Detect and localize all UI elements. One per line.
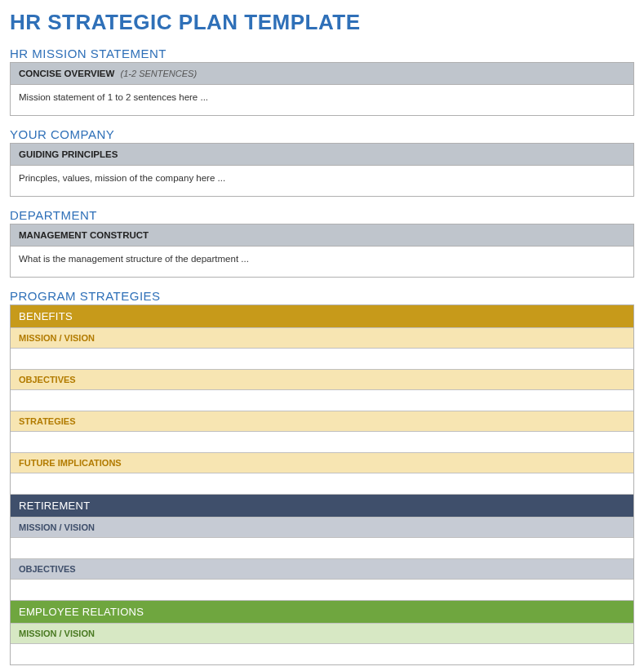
benefits-input-mission[interactable] — [11, 348, 633, 369]
section-title-program: PROGRAM STRATEGIES — [10, 289, 634, 303]
department-box: MANAGEMENT CONSTRUCT What is the managem… — [10, 224, 634, 278]
main-title: HR STRATEGIC PLAN TEMPLATE — [10, 10, 634, 35]
section-title-department: DEPARTMENT — [10, 208, 634, 222]
mission-box: CONCISE OVERVIEW (1-2 SENTENCES) Mission… — [10, 62, 634, 116]
company-box: GUIDING PRINCIPLES Princples, values, mi… — [10, 143, 634, 197]
company-header: GUIDING PRINCIPLES — [11, 144, 633, 166]
employee-header: EMPLOYEE RELATIONS — [11, 600, 633, 623]
program-box: BENEFITS MISSION / VISION OBJECTIVES STR… — [10, 304, 634, 665]
benefits-input-future[interactable] — [11, 473, 633, 494]
benefits-input-objectives[interactable] — [11, 389, 633, 411]
department-content[interactable]: What is the management structure of the … — [11, 247, 633, 277]
employee-input-mission[interactable] — [11, 643, 633, 664]
mission-header-label: CONCISE OVERVIEW — [19, 69, 114, 78]
company-content[interactable]: Princples, values, mission of the compan… — [11, 166, 633, 196]
retirement-header: RETIREMENT — [11, 494, 633, 517]
benefits-row-strategies: STRATEGIES — [11, 411, 633, 431]
benefits-input-strategies[interactable] — [11, 431, 633, 452]
mission-header: CONCISE OVERVIEW (1-2 SENTENCES) — [11, 63, 633, 85]
mission-content[interactable]: Mission statement of 1 to 2 sentences he… — [11, 85, 633, 115]
retirement-row-mission: MISSION / VISION — [11, 517, 633, 537]
employee-row-mission: MISSION / VISION — [11, 623, 633, 643]
section-title-company: YOUR COMPANY — [10, 127, 634, 141]
department-header: MANAGEMENT CONSTRUCT — [11, 224, 633, 247]
benefits-row-objectives: OBJECTIVES — [11, 369, 633, 389]
retirement-row-objectives: OBJECTIVES — [11, 558, 633, 579]
section-title-mission: HR MISSION STATEMENT — [10, 47, 634, 60]
benefits-header: BENEFITS — [11, 305, 633, 327]
benefits-row-future: FUTURE IMPLICATIONS — [11, 452, 633, 473]
retirement-input-mission[interactable] — [11, 537, 633, 558]
mission-header-hint: (1-2 SENTENCES) — [121, 69, 198, 78]
retirement-input-objectives[interactable] — [11, 579, 633, 600]
benefits-row-mission: MISSION / VISION — [11, 327, 633, 348]
